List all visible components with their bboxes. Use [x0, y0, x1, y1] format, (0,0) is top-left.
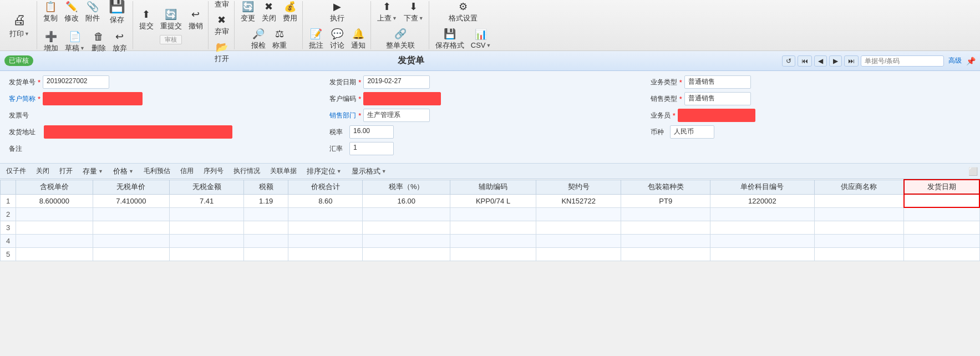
cell-supplier_name[interactable]	[814, 207, 904, 221]
cell-tax_amount[interactable]	[244, 247, 288, 261]
table-open-button[interactable]: 打开	[55, 165, 77, 177]
cell-tax_amount[interactable]: 1.19	[244, 194, 288, 207]
notify-button[interactable]: 🔔 通知	[348, 26, 368, 52]
weigh-button[interactable]: ⚖ 称重	[270, 26, 290, 52]
cell-no_tax_amount[interactable]: 7.41	[170, 194, 244, 207]
cell-tax_unit_price[interactable]	[16, 207, 93, 221]
cell-unit_subject_code[interactable]	[710, 221, 815, 234]
cell-aux_code[interactable]	[450, 207, 536, 221]
cell-tax_amount[interactable]	[244, 207, 288, 221]
cell-contract_no[interactable]	[536, 234, 621, 247]
cell-package_type[interactable]	[621, 207, 710, 221]
table-row[interactable]: 18.6000007.4100007.411.198.6016.00KPP0/7…	[1, 194, 980, 207]
table-row[interactable]: 3	[1, 221, 980, 234]
exec-status-button[interactable]: 执行情况	[230, 165, 264, 177]
cell-tax_amount[interactable]	[244, 234, 288, 247]
search-input[interactable]	[861, 55, 944, 67]
cell-tax_total[interactable]	[288, 247, 363, 261]
link-all-button[interactable]: 🔗 整单关联	[383, 26, 418, 52]
trace-up-button[interactable]: ⬆ 上查 ▼	[374, 0, 400, 25]
last-record-button[interactable]: ⏭	[844, 55, 859, 67]
cell-package_type[interactable]	[621, 221, 710, 234]
cell-tax_rate_pct[interactable]	[363, 234, 450, 247]
cell-package_type[interactable]	[621, 234, 710, 247]
draft-button[interactable]: 📄 草稿 ▼	[62, 29, 88, 55]
delete-button[interactable]: 🗑 删除	[89, 29, 109, 55]
cell-tax_total[interactable]: 8.60	[288, 194, 363, 207]
attachment-button[interactable]: 📎 附件	[83, 0, 103, 25]
format-settings-button[interactable]: ⚙ 格式设置	[446, 0, 480, 25]
execute-button[interactable]: ▶ 执行	[327, 0, 347, 25]
cell-contract_no[interactable]	[536, 247, 621, 261]
cell-tax_unit_price[interactable]: 8.600000	[16, 194, 93, 207]
table-row[interactable]: 5	[1, 247, 980, 261]
save-format-button[interactable]: 💾 保存格式	[433, 26, 467, 52]
sort-locate-button[interactable]: 排序定位 ▼	[303, 165, 346, 178]
cell-row_num[interactable]: 2	[1, 207, 16, 221]
cell-tax_rate_pct[interactable]: 16.00	[363, 194, 450, 207]
cell-unit_subject_code[interactable]: 1220002	[710, 194, 815, 207]
cell-no_tax_amount[interactable]	[170, 207, 244, 221]
cell-supplier_name[interactable]	[814, 221, 904, 234]
cell-aux_code[interactable]	[450, 247, 536, 261]
cell-unit_price[interactable]	[93, 207, 170, 221]
first-record-button[interactable]: ⏮	[798, 55, 812, 67]
cell-unit_price[interactable]: 7.410000	[93, 194, 170, 207]
price-button[interactable]: 价格 ▼	[109, 165, 138, 178]
copy-button[interactable]: 📋 复制	[40, 0, 60, 25]
cell-tax_unit_price[interactable]	[16, 234, 93, 247]
serial-no-button[interactable]: 序列号	[200, 165, 227, 177]
prev-record-button[interactable]: ◀	[814, 55, 827, 67]
submit-button[interactable]: ⬆ 提交	[136, 7, 156, 33]
fee-button[interactable]: 💰 费用	[280, 0, 300, 25]
cell-tax_unit_price[interactable]	[16, 221, 93, 234]
credit-button[interactable]: 信用	[176, 165, 197, 177]
table-row[interactable]: 4	[1, 234, 980, 247]
print-button[interactable]: 🖨 打印 ▼	[4, 9, 34, 42]
discuss-button[interactable]: 💬 讨论	[327, 26, 347, 52]
customer-label[interactable]: 客户简称	[9, 94, 35, 104]
change-button[interactable]: 🔄 变更	[238, 0, 258, 25]
cell-row_num[interactable]: 1	[1, 194, 16, 207]
add-button[interactable]: ➕ 增加	[41, 29, 61, 55]
save-button[interactable]: 💾 保存	[104, 0, 130, 28]
gross-profit-button[interactable]: 毛利预估	[140, 165, 174, 177]
cell-row_num[interactable]: 5	[1, 247, 16, 261]
pin-button[interactable]: 📌	[966, 57, 976, 65]
cell-aux_code[interactable]	[450, 234, 536, 247]
cell-contract_no[interactable]	[536, 207, 621, 221]
cell-tax_rate_pct[interactable]	[363, 247, 450, 261]
cell-tax_unit_price[interactable]	[16, 247, 93, 261]
cell-tax_total[interactable]	[288, 221, 363, 234]
cell-unit_price[interactable]	[93, 234, 170, 247]
reject-audit-button[interactable]: ✖ 弃审	[212, 12, 232, 38]
table-close-button[interactable]: 关闭	[32, 165, 53, 177]
cell-aux_code[interactable]	[450, 221, 536, 234]
stock-button[interactable]: 存量 ▼	[79, 165, 107, 178]
cell-ship_date[interactable]	[904, 194, 979, 207]
cell-no_tax_amount[interactable]	[170, 247, 244, 261]
table-row[interactable]: 2	[1, 207, 980, 221]
trace-down-button[interactable]: ⬇ 下查 ▼	[401, 0, 426, 25]
csv-button[interactable]: 📊 CSV ▼	[468, 27, 494, 51]
cell-aux_code[interactable]: KPP0/74 L	[450, 194, 536, 207]
cell-ship_date[interactable]	[904, 221, 979, 234]
cell-no_tax_amount[interactable]	[170, 234, 244, 247]
cell-package_type[interactable]	[621, 247, 710, 261]
cell-tax_total[interactable]	[288, 234, 363, 247]
cell-tax_rate_pct[interactable]	[363, 207, 450, 221]
cell-tax_rate_pct[interactable]	[363, 221, 450, 234]
cell-supplier_name[interactable]	[814, 234, 904, 247]
cell-unit_subject_code[interactable]	[710, 207, 815, 221]
annotate-button[interactable]: 📝 批注	[306, 26, 326, 52]
cell-tax_amount[interactable]	[244, 221, 288, 234]
cell-row_num[interactable]: 3	[1, 221, 16, 234]
cell-contract_no[interactable]: KN152722	[536, 194, 621, 207]
advanced-search-button[interactable]: 高级	[948, 56, 962, 65]
cell-supplier_name[interactable]	[814, 247, 904, 261]
discard-button[interactable]: ↩ 放弃	[110, 29, 130, 55]
only-children-button[interactable]: 仅子件	[2, 165, 30, 177]
cell-unit_subject_code[interactable]	[710, 247, 815, 261]
cell-ship_date[interactable]	[904, 247, 979, 261]
withdraw-button[interactable]: ↩ 撤销	[186, 7, 206, 33]
